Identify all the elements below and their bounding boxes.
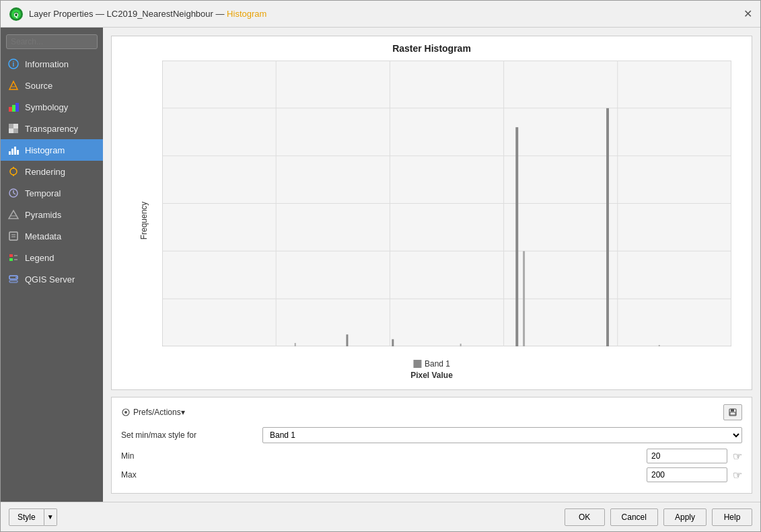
histogram-chart: 0 2000 4000 6000 8000 10000 12000 0 50 1… (162, 61, 731, 346)
style-dropdown-button[interactable]: ▼ (44, 508, 57, 526)
bottom-controls: Prefs/Actions▾ Set min/max style for Ban… (111, 397, 752, 494)
svg-marker-25 (9, 211, 18, 219)
titlebar: Q Layer Properties — LC2019_NearestNeigh… (1, 1, 760, 28)
transparency-icon (7, 122, 20, 135)
y-axis-label: Frequency (139, 201, 149, 239)
svg-rect-12 (13, 128, 18, 133)
sidebar-label-transparency: Transparency (25, 124, 78, 134)
svg-rect-27 (9, 232, 17, 240)
style-button[interactable]: Style (9, 508, 44, 526)
sidebar-item-rendering[interactable]: Rendering (1, 161, 103, 182)
sidebar-label-qgis-server: QGIS Server (25, 274, 75, 284)
svg-rect-17 (14, 147, 16, 155)
metadata-icon (7, 230, 20, 242)
sidebar-label-source: Source (25, 81, 52, 91)
band-select[interactable]: Band 1 (262, 427, 742, 443)
sidebar-search[interactable] (6, 34, 98, 49)
server-icon (7, 273, 20, 285)
svg-marker-6 (9, 81, 17, 89)
source-icon (7, 79, 20, 91)
min-input[interactable] (647, 449, 727, 463)
window-title: Layer Properties — LC2019_NearestNeighbo… (29, 9, 266, 19)
svg-rect-73 (731, 409, 734, 412)
min-label: Min (121, 451, 256, 461)
temporal-icon (7, 187, 20, 199)
svg-point-19 (10, 168, 17, 175)
sidebar-label-legend: Legend (25, 253, 54, 263)
sidebar-label-pyramids: Pyramids (25, 210, 61, 220)
svg-point-71 (124, 411, 127, 414)
histogram-icon (7, 144, 20, 156)
svg-rect-52 (523, 251, 525, 346)
set-minmax-row: Set min/max style for Band 1 (121, 427, 742, 443)
svg-text:Q: Q (13, 11, 18, 18)
svg-rect-8 (9, 107, 12, 112)
x-axis-label: Pixel Value (410, 371, 453, 380)
sidebar-label-temporal: Temporal (25, 188, 61, 198)
cancel-button[interactable]: Cancel (610, 508, 658, 526)
sidebar-item-qgis-server[interactable]: QGIS Server (1, 268, 103, 290)
prefs-icon (121, 408, 131, 417)
ok-button[interactable]: OK (565, 508, 605, 526)
sidebar-label-histogram: Histogram (25, 145, 65, 155)
chart-title: Raster Histogram (112, 43, 752, 54)
sidebar-item-source[interactable]: Source (1, 75, 103, 96)
legend-label-band1: Band 1 (425, 359, 450, 369)
qgis-logo: Q (9, 7, 24, 22)
max-row: Max ☞ (121, 467, 742, 482)
save-button[interactable] (723, 404, 742, 420)
pyramids-icon (7, 208, 20, 221)
sidebar-item-metadata[interactable]: Metadata (1, 225, 103, 247)
svg-rect-31 (9, 258, 13, 261)
help-button[interactable]: Help (712, 508, 752, 526)
svg-rect-14 (9, 128, 13, 133)
svg-rect-50 (392, 339, 394, 346)
prefs-row: Prefs/Actions▾ (121, 404, 742, 420)
svg-rect-10 (15, 103, 19, 112)
apply-button[interactable]: Apply (663, 508, 706, 526)
svg-rect-11 (9, 124, 13, 128)
chart-container: Raster Histogram Frequency (111, 36, 752, 390)
svg-line-24 (13, 193, 15, 194)
footer: Style ▼ OK Cancel Apply Help (1, 502, 760, 531)
main-window: Q Layer Properties — LC2019_NearestNeigh… (0, 0, 761, 532)
min-row: Min ☞ (121, 449, 742, 463)
svg-rect-9 (12, 105, 15, 112)
save-icon (728, 408, 737, 417)
close-button[interactable]: ✕ (744, 7, 752, 20)
sidebar-item-legend[interactable]: Legend (1, 247, 103, 268)
svg-rect-49 (346, 334, 348, 346)
main-content: Raster Histogram Frequency (103, 28, 760, 502)
svg-rect-35 (9, 280, 17, 282)
svg-rect-16 (11, 149, 13, 155)
sidebar-label-information: Information (25, 59, 69, 69)
set-minmax-label: Set min/max style for (121, 430, 256, 440)
sidebar-label-metadata: Metadata (25, 231, 61, 241)
svg-rect-51 (515, 127, 518, 346)
legend-color-band1 (413, 360, 421, 368)
prefs-actions-button[interactable]: Prefs/Actions▾ (121, 408, 185, 417)
svg-rect-74 (730, 412, 735, 415)
chart-legend: Band 1 (413, 359, 450, 369)
info-icon: i (7, 58, 20, 70)
sidebar-item-information[interactable]: i Information (1, 53, 103, 75)
style-group: Style ▼ (9, 508, 57, 526)
min-arrow-icon[interactable]: ☞ (733, 450, 742, 463)
symbology-icon (7, 101, 20, 113)
max-label: Max (121, 470, 256, 480)
sidebar-item-temporal[interactable]: Temporal (1, 182, 103, 204)
svg-rect-15 (9, 151, 11, 155)
sidebar-item-symbology[interactable]: Symbology (1, 96, 103, 118)
sidebar-item-pyramids[interactable]: Pyramids (1, 204, 103, 225)
svg-rect-13 (13, 124, 18, 128)
sidebar: i Information Source (1, 28, 103, 502)
sidebar-item-transparency[interactable]: Transparency (1, 118, 103, 139)
svg-rect-56 (659, 345, 660, 346)
svg-text:i: i (13, 61, 15, 68)
sidebar-item-histogram[interactable]: Histogram (1, 139, 103, 161)
svg-rect-30 (9, 254, 13, 257)
sidebar-label-symbology: Symbology (25, 102, 68, 112)
max-input[interactable] (647, 467, 727, 482)
max-arrow-icon[interactable]: ☞ (733, 469, 742, 482)
svg-rect-18 (17, 150, 19, 155)
